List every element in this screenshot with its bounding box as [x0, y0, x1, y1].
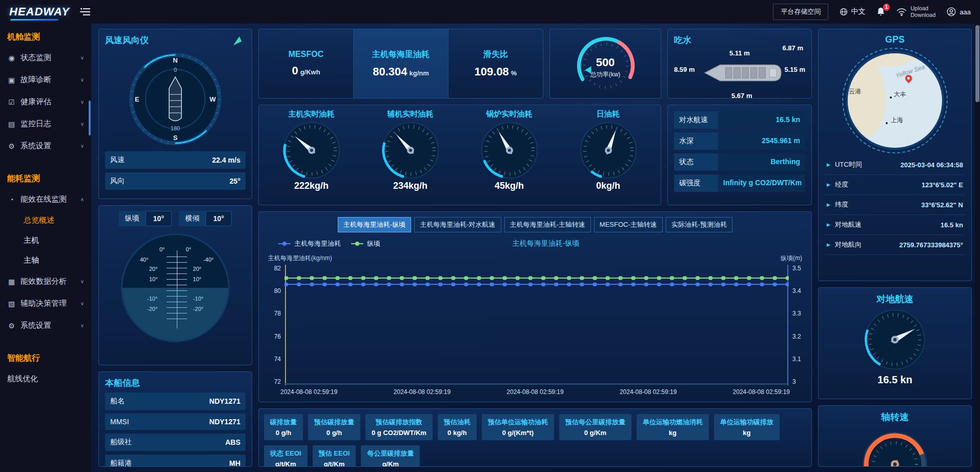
tab-fuel-vs-trim[interactable]: 主机每海里油耗-纵顷 [338, 217, 411, 232]
sog-gauge-panel: 对地航速 16.5 kn [818, 287, 972, 399]
compass-zero-label: 0 [174, 67, 177, 73]
water-depth-row: 水深 2545.961 m [674, 132, 805, 150]
wind-direction-label: 风向 [110, 176, 125, 186]
triangle-bullet-icon: ▶ [827, 202, 830, 207]
monitor-icon: ◉ [7, 54, 16, 62]
latitude-value: 33°6'52.62" N [921, 201, 963, 209]
ship-info-title: 本船信息 [105, 377, 246, 389]
utc-time-row: ▶ UTC时间 2025-03-04 06:34:58 [825, 155, 965, 175]
trim-panel: 纵顷 10° 横倾 10° 0° 0° 40° -40° 20° 20° [98, 205, 252, 365]
status-row: 状态 Berthing [674, 153, 805, 171]
sidebar-item-route-optimization[interactable]: 航线优化 [0, 368, 91, 390]
stat-est-carbon-emission: 预估碳排放量0 g/h [308, 414, 360, 440]
stat-carbon-per-km: 每公里碳排放量g/Km [361, 445, 420, 467]
depth-value: 2545.961 m [718, 132, 805, 150]
tab-actual-vs-predicted[interactable]: 实际油耗-预测油耗 [666, 217, 732, 232]
sog-gauge [860, 306, 930, 373]
y-left-ticks: 828078767472 [266, 265, 284, 385]
notification-badge: 1 [883, 4, 890, 11]
wind-speed-row: 风速 22.4 m/s [105, 151, 246, 169]
chart-plot-area [284, 265, 789, 385]
scale-neg10-left: -10° [147, 296, 157, 302]
pitch-label: 纵顷 [119, 211, 146, 226]
boiler-fuel-gauge: 锅炉实时油耗 45kg/h [460, 109, 559, 201]
cog-label: 对地航向 [835, 240, 862, 249]
sidebar-section-energy: 能耗监测 [0, 167, 91, 188]
diagnosis-icon: ▣ [7, 76, 16, 84]
sidebar-subitem-main-shaft[interactable]: 主轴 [0, 250, 91, 270]
app-logo[interactable]: HEADWAY [9, 5, 70, 18]
carbon-intensity-label: 碳强度 [674, 174, 718, 192]
sidebar-item-energy-analysis[interactable]: ▦ 能效数据分析 ∨ [0, 270, 91, 292]
page-scrollbar-thumb[interactable] [975, 25, 979, 102]
kpi-mesfoc-label: MESFOC [289, 50, 323, 59]
page-scrollbar [975, 24, 980, 472]
total-power-label: 总功率(kw) [550, 70, 661, 79]
tab-fuel-vs-shaft-rpm[interactable]: 主机每海里油耗-主轴转速 [504, 217, 591, 232]
sidebar-item-system-settings-2[interactable]: ⚙ 系统设置 ∨ [0, 314, 91, 337]
legend-trim-series[interactable]: 纵顷 [351, 239, 380, 248]
sidebar-item-status-monitoring[interactable]: ◉ 状态监测 ∨ [0, 47, 91, 69]
port-label-shanghai [886, 119, 889, 126]
chevron-down-icon: ∨ [80, 323, 84, 328]
notifications-button[interactable]: 1 [876, 7, 885, 16]
depth-label: 水深 [674, 132, 718, 150]
chevron-down-icon: ∨ [80, 121, 84, 127]
aux-engine-fuel-gauge: 辅机实时油耗 234kg/h [361, 109, 460, 201]
wind-direction-arrow-icon [232, 35, 244, 48]
sidebar-subitem-main-engine[interactable]: 主机 [0, 230, 91, 250]
coastline-shape [848, 55, 886, 137]
wind-panel: 风速风向仪 [98, 29, 252, 199]
fuel-gauges-panel: 主机实时油耗 222kg/h 辅机实时油耗 [258, 105, 661, 205]
tab-fuel-vs-stw[interactable]: 主机每海里油耗-对水航速 [414, 217, 501, 232]
menu-toggle-icon[interactable] [80, 8, 90, 16]
wind-speed-label: 风速 [110, 155, 125, 165]
ship-info-panel: 本船信息 船名 NDY1271 MMSI NDY1271 船级社 ABS 船籍港… [98, 371, 252, 467]
scale-neg10-right: -10° [193, 296, 203, 302]
sidebar-item-monitoring-logs[interactable]: ▤ 监控日志 ∨ [0, 113, 91, 135]
sidebar-subitem-overview[interactable]: 总览概述 [0, 210, 91, 230]
decision-icon: ▧ [7, 300, 16, 308]
gauge-value: 0kg/h [596, 181, 620, 191]
carbon-intensity-row: 碳强度 Infinity g CO2/DWT/Km [674, 174, 805, 192]
user-menu[interactable]: aaa [947, 7, 971, 16]
sidebar-item-label: 辅助决策管理 [21, 299, 67, 308]
kpi-slip-ratio-label: 滑失比 [483, 49, 508, 60]
roll-display: 横倾 10° [179, 211, 232, 226]
language-switcher[interactable]: 中文 [840, 7, 865, 16]
storage-space-button[interactable]: 平台存储空间 [773, 4, 828, 20]
sidebar-item-health-assessment[interactable]: ☑ 健康评估 ∨ [0, 91, 91, 113]
user-icon [947, 7, 956, 16]
mmsi-label: MMSI [110, 418, 129, 426]
chevron-down-icon: ∨ [80, 301, 84, 306]
scale-zero-left: 0° [159, 246, 165, 252]
energy-icon: ◔ [7, 195, 16, 204]
transfer-status[interactable]: Upload Download [896, 5, 935, 18]
sidebar-scrollbar-thumb[interactable] [89, 101, 91, 135]
sog-value: 16.5 kn [941, 221, 963, 229]
chevron-up-icon: ∧ [80, 196, 84, 202]
kpi-fuel-per-nm-unit: kg/nm [410, 69, 429, 77]
fuel-chart-panel: 主机每海里油耗-纵顷 主机每海里油耗-对水航速 主机每海里油耗-主轴转速 MES… [258, 211, 812, 402]
wind-direction-value: 25° [230, 177, 240, 185]
sidebar-item-fault-diagnosis[interactable]: ▣ 故障诊断 ∨ [0, 69, 91, 91]
kpi-panel: MESFOC 0g/Kwh 主机每海里油耗 80.304kg/nm 滑失比 10… [258, 29, 543, 99]
gps-map[interactable]: Yellow Sea 云港 大丰 上海 [848, 53, 942, 148]
compass-north-label: N [173, 56, 177, 64]
stat-est-carbon-per-km: 预估每公里碳排放量0 g/Km [559, 414, 631, 440]
stat-est-eeoi: 预估 EEOIg/t/Km [313, 445, 356, 467]
kpi-slip-ratio: 滑失比 109.08% [448, 29, 543, 98]
kpi-mesfoc-unit: g/Kwh [300, 68, 320, 76]
gauge-title: 锅炉实时油耗 [486, 109, 533, 119]
stw-label: 对水航速 [674, 111, 718, 129]
legend-fuel-series[interactable]: 主机每海里油耗 [278, 239, 341, 248]
sidebar-item-energy-online[interactable]: ◔ 能效在线监测 ∧ [0, 188, 91, 210]
tab-mesfoc-vs-shaft-rpm[interactable]: MESFOC-主轴转速 [594, 217, 663, 232]
main-engine-fuel-gauge: 主机实时油耗 222kg/h [262, 109, 361, 201]
shaft-rpm-panel: 轴转速 [818, 405, 972, 467]
sidebar-item-decision-support[interactable]: ▧ 辅助决策管理 ∨ [0, 292, 91, 314]
mmsi-value: NDY1271 [209, 418, 240, 426]
sidebar-item-system-settings[interactable]: ⚙ 系统设置 ∨ [0, 135, 91, 157]
username-label: aaa [959, 8, 971, 16]
port-of-registry-row: 船籍港 MH [105, 455, 246, 467]
